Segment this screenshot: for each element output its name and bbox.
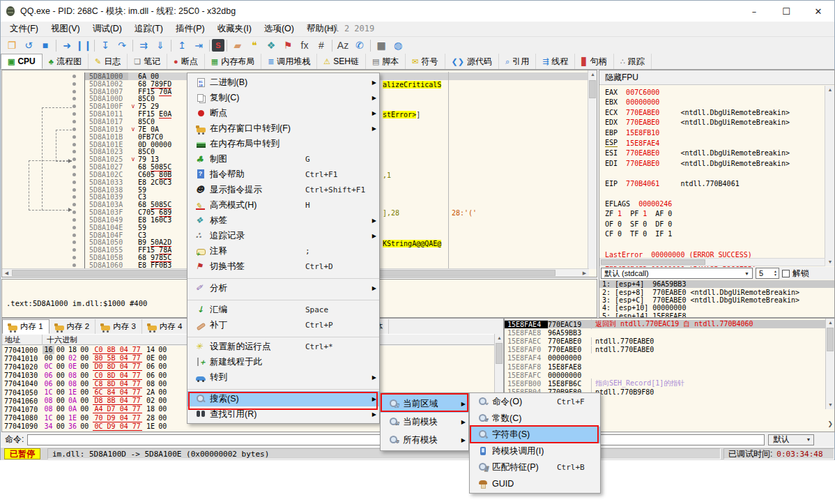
register-row[interactable]: EDX 770EABE0 <ntdll.DbgUiRemoteBreakin> — [599, 118, 825, 128]
menubar-item[interactable]: 插件(P) — [169, 22, 211, 36]
stack-row[interactable]: 15E8FAF400000000 — [505, 354, 825, 362]
maximize-button[interactable]: ☐ — [770, 1, 802, 22]
register-row[interactable]: EBP 15E8FB10 — [599, 128, 825, 138]
breakpoint-dot-icon[interactable] — [72, 181, 76, 184]
stack-row[interactable]: 15E8FAF815E8FAE8 — [505, 362, 825, 371]
toolbar-button[interactable]: Az — [335, 38, 351, 53]
context-menu-item[interactable]: 补丁Ctrl+P — [187, 317, 379, 333]
minimize-button[interactable]: – — [738, 1, 770, 22]
context-menu-item[interactable] — [187, 385, 379, 391]
view-tab[interactable]: ▤脚本 — [366, 54, 406, 69]
toolbar-button[interactable]: ▰ — [229, 38, 246, 53]
toolbar-button[interactable] — [54, 38, 59, 53]
breakpoint-dot-icon[interactable] — [72, 173, 76, 176]
toolbar-button[interactable] — [92, 38, 97, 53]
context-menu-item[interactable]: 高亮模式(H)H — [187, 197, 379, 213]
context-menu-item[interactable]: 汇编Space — [187, 302, 379, 317]
view-tab[interactable]: ⇶线程 — [536, 54, 575, 69]
toolbar-button[interactable] — [368, 38, 373, 53]
view-tab[interactable]: ▦内存布局 — [205, 54, 261, 69]
context-menu-item[interactable]: 制图G — [187, 151, 379, 167]
register-row[interactable] — [599, 239, 825, 250]
breakpoint-dot-icon[interactable] — [72, 150, 76, 153]
register-row[interactable]: OF 0 SF 0 DF 0 — [599, 219, 825, 229]
menubar-item[interactable]: 选项(O) — [258, 22, 300, 36]
breakpoint-dot-icon[interactable] — [72, 143, 76, 146]
toolbar-button[interactable] — [130, 38, 135, 53]
view-tab[interactable]: ✎日志 — [89, 54, 128, 69]
toolbar-button[interactable]: ➜ — [59, 38, 75, 53]
register-row[interactable]: CF 0 TF 0 IF 1 — [599, 229, 825, 240]
calling-convention-select[interactable]: 默认 (stdcall)▼ — [601, 268, 753, 279]
register-row[interactable] — [599, 168, 825, 178]
menubar-item[interactable]: 调试(D) — [86, 22, 128, 36]
submenu-item[interactable]: ✲所有模块▶ — [381, 431, 468, 449]
context-menu-item[interactable]: 在内存窗口中转到(F)▶ — [187, 121, 379, 136]
submenu-item[interactable]: GUID — [470, 476, 600, 493]
toolbar-button[interactable]: ↷ — [114, 38, 130, 53]
view-tab[interactable]: ≣调用堆栈 — [261, 54, 317, 69]
toolbar-button[interactable]: ❐ — [3, 38, 20, 53]
registers-pane[interactable]: 隐藏FPU EAX 007C6000EBX 00000000ECX 770EAB… — [599, 70, 835, 318]
breakpoint-dot-icon[interactable] — [72, 240, 76, 244]
register-row[interactable]: EIP 770B4061 ntdll.770B4061 — [599, 178, 825, 189]
menubar-item[interactable]: 文件(F) — [3, 22, 45, 36]
toolbar-button[interactable]: S — [212, 39, 224, 52]
spinner-arrows-icon[interactable]: ▲▼ — [774, 270, 777, 277]
toolbar-button[interactable]: ⇉ — [135, 38, 152, 53]
submenu-item[interactable]: □当前区域▶ — [381, 395, 468, 413]
context-menu-item[interactable]: 显示指令提示Ctrl+Shift+F1 — [187, 182, 379, 197]
register-row[interactable]: ESP 15E8FAE4 — [599, 138, 825, 148]
submenu-item[interactable]: #常数(C) — [470, 411, 600, 427]
breakpoint-dot-icon[interactable] — [72, 226, 76, 229]
dump-tab[interactable]: 内存 3 — [95, 319, 142, 334]
toolbar-button[interactable]: ⇥ — [190, 38, 207, 53]
toolbar-button[interactable] — [207, 38, 212, 53]
register-row[interactable]: EFLAGS 00000246 — [599, 199, 825, 209]
call-argument-row[interactable]: 1: [esp+4] 96A59BB3 — [599, 280, 835, 288]
breakpoint-dot-icon[interactable] — [72, 97, 76, 100]
submenu-item[interactable]: ›命令(O)Ctrl+F — [470, 394, 600, 411]
toolbar-button[interactable]: ❝ — [246, 38, 263, 53]
toolbar-button[interactable]: # — [313, 38, 330, 53]
argument-count-stepper[interactable]: 5▲▼ — [756, 268, 779, 279]
view-tab[interactable]: ❏笔记 — [128, 54, 167, 69]
breakpoint-dot-icon[interactable] — [72, 248, 76, 252]
context-menu-item[interactable]: 设置新的运行点Ctrl+* — [187, 339, 379, 354]
stack-vertical-scrollbar[interactable]: ▲ ▼ — [825, 319, 834, 409]
stack-row[interactable]: 15E8FAE896A59BB3 — [505, 328, 825, 337]
breakpoint-dot-icon[interactable] — [72, 105, 76, 108]
close-button[interactable]: ✕ — [802, 1, 834, 22]
submenu-item[interactable]: ▒匹配特征(P)Ctrl+B — [470, 459, 600, 476]
breakpoint-dot-icon[interactable] — [72, 188, 76, 192]
dump-tab[interactable]: 内存 2 — [49, 319, 96, 334]
register-row[interactable]: EDI 770EABE0 <ntdll.DbgUiRemoteBreakin> — [599, 158, 825, 169]
stack-horizontal-arrow-icon[interactable]: ❯ — [827, 420, 833, 427]
toolbar-button[interactable]: ❖ — [263, 38, 279, 53]
stack-row[interactable]: 15E8FB0015E8FB6C指向SEH_Record[1]的指针 — [505, 379, 825, 388]
command-profile-select[interactable]: 默认▼ — [768, 434, 814, 445]
breakpoint-dot-icon[interactable] — [72, 264, 76, 267]
context-menu-item[interactable]: 新建线程于此 — [187, 354, 379, 369]
context-menu-item[interactable]: 指令帮助Ctrl+F1 — [187, 167, 379, 182]
register-row[interactable]: ZF 1 PF 1 AF 0 — [599, 209, 825, 220]
breakpoint-dot-icon[interactable] — [72, 211, 76, 214]
view-tab[interactable]: ✉符号 — [406, 54, 445, 69]
breakpoint-dot-icon[interactable] — [72, 234, 76, 237]
toolbar-button[interactable]: ✆ — [351, 38, 368, 53]
toolbar-button[interactable] — [224, 38, 229, 53]
toolbar-button[interactable]: ◍ — [390, 38, 406, 53]
stack-row[interactable]: 15E8FAEC770EABE0ntdll.770EABE0 — [505, 337, 825, 345]
view-tab[interactable]: ∴跟踪 — [614, 54, 652, 69]
toolbar-button[interactable]: ↥ — [174, 38, 190, 53]
toolbar-button[interactable]: ▦ — [373, 38, 390, 53]
toolbar-button[interactable] — [169, 38, 174, 53]
menubar-item[interactable]: 收藏夹(I) — [211, 22, 258, 36]
view-tab[interactable]: ⌕引用 — [499, 54, 536, 69]
breakpoint-dot-icon[interactable] — [72, 203, 76, 206]
context-menu-item[interactable]: 断点▶ — [187, 105, 379, 121]
register-row[interactable]: ECX 770EABE0 <ntdll.DbgUiRemoteBreakin> — [599, 107, 825, 118]
view-tab[interactable]: ❮❯源代码 — [445, 54, 499, 69]
context-menu-item[interactable]: 转到▶ — [187, 369, 379, 385]
register-row[interactable]: ESI 770EABE0 <ntdll.DbgUiRemoteBreakin> — [599, 148, 825, 158]
